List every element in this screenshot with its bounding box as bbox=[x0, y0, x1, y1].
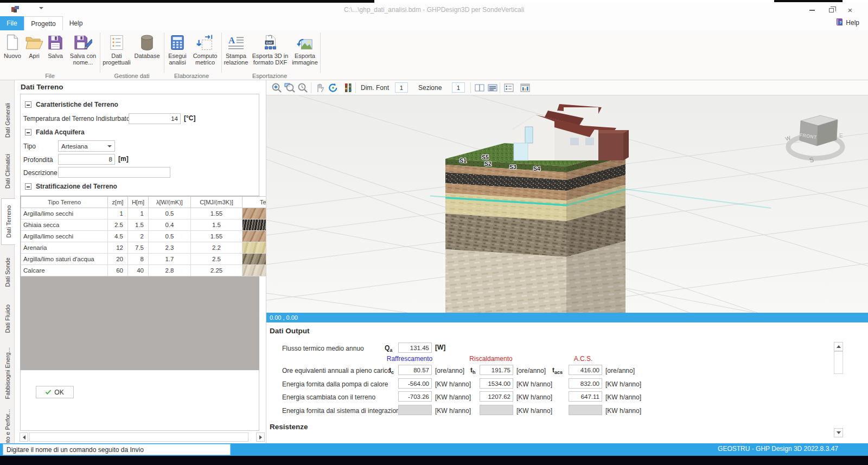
viewport-3d[interactable]: S1 S2 S3 S4 S5 FRONT W S bbox=[266, 95, 868, 313]
table-row[interactable]: Arenaria 12 7.5 2.3 2.2 bbox=[21, 242, 282, 254]
scrollbar-thumb[interactable] bbox=[29, 432, 248, 442]
zoom-extents-icon[interactable] bbox=[271, 82, 283, 94]
section-stratificazione: Stratificazione del Terreno bbox=[25, 183, 117, 190]
report-view-icon[interactable] bbox=[487, 82, 499, 94]
scroll-up-button[interactable] bbox=[834, 342, 843, 351]
scroll-right-button[interactable] bbox=[256, 432, 265, 442]
sidebar-tab-dati-sonde[interactable]: Dati Sonde bbox=[1, 253, 14, 292]
table-row[interactable]: Argilla/limo saturi d'acqua 20 8 1.7 2.5 bbox=[21, 254, 282, 265]
zoom-window-icon[interactable] bbox=[284, 82, 296, 94]
ore-raffrescamento-input[interactable] bbox=[398, 365, 432, 375]
dim-font-label: Dim. Font bbox=[361, 84, 389, 92]
esporta-immagine-button[interactable]: Esporta immagine bbox=[291, 31, 319, 66]
col-tipo-terreno[interactable]: Tipo Terreno bbox=[21, 197, 108, 208]
command-input[interactable]: Digitare il nome di un comando seguito d… bbox=[3, 444, 231, 455]
tipo-falda-dropdown[interactable]: Artesiana bbox=[58, 140, 115, 152]
col-h[interactable]: H[m] bbox=[128, 197, 149, 208]
app-window: C:\...\ghp_dati_analisi.bdm - GHPDesign3… bbox=[0, 0, 868, 465]
table-header-row: Tipo Terreno z[m] H[m] λ[W/(mK)] C[MJ/(m… bbox=[21, 197, 282, 208]
chart-panel-icon[interactable] bbox=[519, 82, 531, 94]
apri-button[interactable]: Apri bbox=[24, 31, 44, 59]
stampa-relazione-button[interactable]: A Stampa relazione bbox=[222, 31, 250, 66]
temperatura-input[interactable] bbox=[129, 113, 181, 124]
command-bar: Digitare il nome di un comando seguito d… bbox=[0, 443, 868, 456]
tab-help[interactable]: Help bbox=[63, 16, 89, 30]
sidebar-tab-dati-climatici[interactable]: Dati Climatici bbox=[1, 147, 14, 195]
restore-button[interactable] bbox=[824, 6, 838, 15]
esporta-dxf-button[interactable]: DXF Esporta 3D in formato DXF bbox=[251, 31, 290, 66]
collapse-icon[interactable] bbox=[25, 129, 31, 135]
database-icon bbox=[140, 31, 154, 52]
table-row[interactable]: Ghiaia secca 2.5 1.5 0.4 1.5 bbox=[21, 219, 282, 231]
pompa-raffrescamento-input[interactable] bbox=[398, 378, 432, 389]
print-report-icon: A bbox=[228, 31, 244, 52]
sezione-input[interactable] bbox=[452, 82, 465, 93]
scrollbar-thumb[interactable] bbox=[834, 351, 843, 374]
stratigraphy-table[interactable]: Tipo Terreno z[m] H[m] λ[W/(mK)] C[MJ/(m… bbox=[20, 196, 259, 370]
close-button[interactable]: × bbox=[843, 6, 857, 15]
sidebar-tab-dati-terreno[interactable]: Dati Terreno bbox=[1, 198, 15, 245]
resistenze-title: Resistenze bbox=[270, 423, 308, 431]
dim-font-input[interactable] bbox=[395, 82, 408, 93]
pan-hand-icon[interactable] bbox=[314, 82, 326, 94]
column-raffrescamento: Raffrescamento bbox=[374, 355, 445, 363]
soil-column-right-face bbox=[566, 151, 626, 313]
toolbar-separator bbox=[355, 82, 356, 93]
salva-button[interactable]: Salva bbox=[44, 31, 66, 59]
tab-progetto[interactable]: Progetto bbox=[24, 16, 63, 30]
scroll-left-button[interactable] bbox=[20, 432, 28, 442]
col-z[interactable]: z[m] bbox=[108, 197, 128, 208]
collapse-icon[interactable] bbox=[25, 183, 31, 190]
navigation-cube[interactable]: FRONT W S E bbox=[784, 115, 843, 164]
table-row[interactable]: Argilla/limo secchi 1 1 0.5 1.55 bbox=[21, 208, 282, 219]
scambiata-riscaldamento-input[interactable] bbox=[480, 391, 513, 402]
dati-progettuali-button[interactable]: Dati progettuali bbox=[102, 31, 131, 66]
minimize-button[interactable] bbox=[805, 6, 819, 15]
nuovo-button[interactable]: Nuovo bbox=[1, 31, 24, 59]
ok-button[interactable]: OK bbox=[36, 386, 74, 398]
ore-acs-input[interactable] bbox=[569, 365, 602, 375]
esegui-analisi-button[interactable]: Esegui analisi bbox=[165, 31, 190, 66]
integrazione-label: Energia fornita dal sistema di integrazi… bbox=[282, 407, 403, 415]
scroll-down-button[interactable] bbox=[834, 428, 843, 437]
panel-title: Dati Terreno bbox=[21, 83, 63, 91]
table-row[interactable]: Calcare 60 40 2.8 2.25 bbox=[21, 265, 282, 276]
section-falda-acquifera: Falda Acquifera bbox=[25, 128, 85, 136]
ore-riscaldamento-input[interactable] bbox=[480, 365, 513, 375]
qa-input[interactable] bbox=[398, 343, 432, 353]
pompa-riscaldamento-input[interactable] bbox=[480, 378, 513, 389]
scambiata-raffrescamento-input[interactable] bbox=[398, 391, 432, 402]
orbit-icon[interactable] bbox=[327, 82, 339, 94]
stratigraphy-bars-icon[interactable] bbox=[342, 82, 354, 94]
integrazione-riscaldamento-input bbox=[480, 405, 513, 415]
legend-list-icon[interactable] bbox=[503, 82, 515, 94]
arrow-down-icon bbox=[837, 431, 841, 434]
horizontal-scrollbar[interactable] bbox=[20, 432, 265, 442]
titlebar: C:\...\ghp_dati_analisi.bdm - GHPDesign3… bbox=[0, 3, 868, 16]
database-button[interactable]: Database bbox=[132, 31, 162, 59]
computo-metrico-button[interactable]: Computo metrico bbox=[191, 31, 219, 66]
ribbon-separator bbox=[164, 33, 164, 73]
sidebar-tab-dati-generali[interactable]: Dati Generali bbox=[1, 98, 14, 143]
zoom-previous-icon[interactable] bbox=[297, 82, 309, 94]
salva-con-nome-button[interactable]: Salva con nome... bbox=[67, 31, 99, 66]
sidebar-tab-fabbisogni-energetici[interactable]: Fabbisogni Energ... bbox=[1, 346, 14, 401]
svg-text:?: ? bbox=[840, 21, 842, 24]
scambiata-acs-input[interactable] bbox=[569, 391, 602, 402]
collapse-icon[interactable] bbox=[25, 101, 31, 108]
viewport-3d-scene[interactable]: S1 S2 S3 S4 S5 FRONT W S bbox=[266, 95, 868, 313]
ore-unit: [ore/anno] bbox=[435, 367, 464, 374]
dxf-export-icon: DXF bbox=[262, 31, 278, 52]
profondita-input[interactable] bbox=[58, 154, 115, 165]
sidebar-tab-dati-fluido[interactable]: Dati Fluido bbox=[1, 299, 14, 338]
pompa-acs-input[interactable] bbox=[569, 378, 602, 389]
split-view-icon[interactable] bbox=[474, 82, 486, 94]
help-button[interactable]: ? Help bbox=[835, 18, 859, 28]
tc-symbol: tc bbox=[389, 366, 394, 375]
arrow-up-icon bbox=[837, 345, 841, 348]
table-row[interactable]: Argilla/limo secchi 4.5 2 0.5 1.55 bbox=[21, 231, 282, 242]
descrizione-input[interactable] bbox=[58, 167, 170, 178]
col-c[interactable]: C[MJ/(m3K)] bbox=[191, 197, 242, 208]
col-lambda[interactable]: λ[W/(mK)] bbox=[149, 197, 191, 208]
tab-file[interactable]: File bbox=[0, 16, 24, 30]
